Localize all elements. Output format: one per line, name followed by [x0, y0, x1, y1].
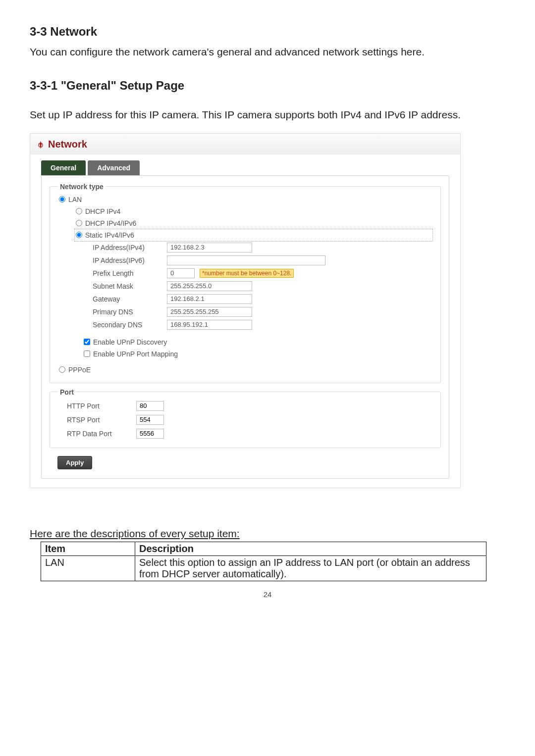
panel-body: Network type LAN DHCP IPv4 DHCP IPv4/IPv…	[41, 175, 449, 479]
section-heading-3-3: 3-3 Network	[30, 25, 505, 39]
network-config-panel: Network General Advanced Network type LA…	[30, 133, 461, 488]
table-row: LAN Select this option to assign an IP a…	[41, 555, 486, 581]
field-dns2: Secondary DNS	[93, 318, 432, 331]
section-heading-3-3-1: 3-3-1 "General" Setup Page	[30, 79, 505, 93]
radio-lan-label: LAN	[68, 196, 82, 203]
td-item: LAN	[41, 555, 135, 581]
field-subnet: Subnet Mask	[93, 280, 432, 293]
port-legend: Port	[58, 388, 76, 396]
rtp-port-label: RTP Data Port	[67, 430, 126, 438]
http-port-label: HTTP Port	[67, 402, 126, 410]
prefix-label: Prefix Length	[93, 269, 162, 277]
http-port-input[interactable]	[136, 401, 164, 411]
field-rtsp-port: RTSP Port	[58, 413, 432, 427]
rtp-port-input[interactable]	[136, 429, 164, 439]
ipv4-label: IP Address(IPv4)	[93, 244, 162, 252]
subnet-input[interactable]	[167, 281, 252, 291]
prefix-input[interactable]	[167, 268, 195, 278]
dns2-label: Secondary DNS	[93, 321, 162, 329]
radio-pppoe-label: PPPoE	[68, 366, 91, 374]
th-desc: Description	[135, 542, 486, 555]
panel-title: Network	[48, 137, 87, 154]
checkbox-upnp-discovery-label: Enable UPnP Discovery	[93, 338, 167, 346]
dns1-label: Primary DNS	[93, 308, 162, 316]
checkbox-upnp-portmap[interactable]: Enable UPnP Port Mapping	[84, 348, 432, 360]
field-http-port: HTTP Port	[58, 399, 432, 413]
prefix-hint: *number must be between 0~128.	[200, 269, 294, 278]
radio-lan[interactable]: LAN	[58, 194, 432, 205]
dns1-input[interactable]	[167, 307, 252, 317]
radio-dhcp-ipv4[interactable]: DHCP IPv4	[75, 205, 432, 217]
tab-general[interactable]: General	[41, 160, 86, 175]
radio-lan-input[interactable]	[59, 196, 65, 202]
page-number: 24	[30, 590, 505, 599]
radio-dhcp-ipv4ipv6-label: DHCP IPv4/IPv6	[85, 219, 136, 227]
descriptions-table: Item Description LAN Select this option …	[41, 542, 486, 581]
checkbox-upnp-discovery[interactable]: Enable UPnP Discovery	[84, 336, 432, 348]
radio-dhcp-ipv4-label: DHCP IPv4	[85, 207, 120, 215]
dns2-input[interactable]	[167, 320, 252, 330]
section-intro: You can configure the network camera's g…	[30, 45, 505, 59]
field-ipv4: IP Address(IPv4)	[93, 241, 432, 254]
tab-advanced[interactable]: Advanced	[88, 160, 140, 175]
network-type-legend: Network type	[58, 183, 106, 191]
radio-static-label: Static IPv4/IPv6	[85, 231, 134, 239]
field-gateway: Gateway	[93, 293, 432, 305]
radio-pppoe-input[interactable]	[59, 366, 65, 373]
field-prefix: Prefix Length *number must be between 0~…	[93, 267, 432, 280]
section-lead: Set up IP address for this IP camera. Th…	[30, 107, 505, 122]
th-item: Item	[41, 542, 135, 555]
gateway-label: Gateway	[93, 295, 162, 303]
radio-dhcp-ipv4ipv6-input[interactable]	[76, 220, 82, 226]
radio-dhcp-ipv4ipv6[interactable]: DHCP IPv4/IPv6	[75, 217, 432, 229]
descriptions-lead: Here are the descriptions of every setup…	[30, 528, 505, 540]
gateway-input[interactable]	[167, 294, 252, 304]
field-dns1: Primary DNS	[93, 305, 432, 318]
checkbox-upnp-portmap-label: Enable UPnP Port Mapping	[93, 350, 178, 358]
radio-static[interactable]: Static IPv4/IPv6	[75, 229, 432, 241]
rtsp-port-input[interactable]	[136, 415, 164, 425]
ipv6-label: IP Address(IPv6)	[93, 256, 162, 264]
checkbox-upnp-portmap-input[interactable]	[84, 351, 90, 357]
radio-pppoe[interactable]: PPPoE	[58, 364, 432, 376]
td-desc: Select this option to assign an IP addre…	[135, 555, 486, 581]
network-type-group: Network type LAN DHCP IPv4 DHCP IPv4/IPv…	[50, 183, 441, 383]
network-logo-icon	[36, 141, 45, 150]
apply-button[interactable]: Apply	[57, 456, 92, 469]
panel-header: Network	[30, 134, 460, 154]
rtsp-port-label: RTSP Port	[67, 416, 126, 424]
field-rtp-port: RTP Data Port	[58, 427, 432, 441]
subnet-label: Subnet Mask	[93, 282, 162, 290]
table-header-row: Item Description	[41, 542, 486, 555]
field-ipv6: IP Address(IPv6)	[93, 254, 432, 267]
radio-dhcp-ipv4-input[interactable]	[76, 208, 82, 214]
ipv4-input[interactable]	[167, 243, 252, 252]
checkbox-upnp-discovery-input[interactable]	[84, 339, 90, 345]
port-group: Port HTTP Port RTSP Port RTP Data Port	[50, 388, 441, 448]
tabs: General Advanced	[30, 154, 460, 175]
ipv6-input[interactable]	[167, 255, 325, 265]
radio-static-input[interactable]	[76, 232, 82, 238]
